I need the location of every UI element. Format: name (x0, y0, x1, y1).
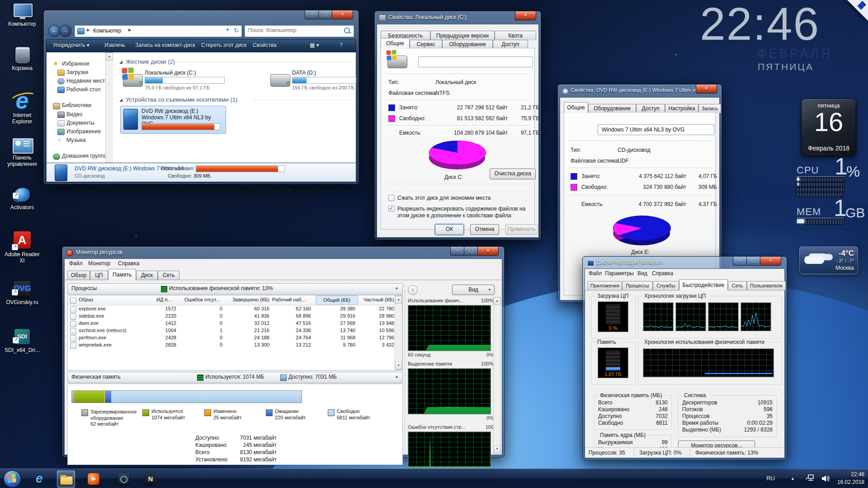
tab-quota[interactable]: Квота (495, 31, 536, 40)
desktop-icon-internet-explorer[interactable]: e Internet Explorer (3, 90, 42, 125)
tab-general[interactable]: Общие (381, 38, 410, 49)
physmem-header[interactable]: Физическая память Используется: 1074 МБ … (67, 372, 403, 383)
row-checkbox[interactable] (70, 343, 76, 349)
tab-network[interactable]: Сеть (158, 271, 179, 280)
close-button[interactable]: ✕ (515, 11, 536, 20)
index-checkbox[interactable] (388, 206, 395, 212)
disk-cleanup-button[interactable]: Очистка диска (490, 169, 536, 179)
row-checkbox[interactable] (70, 328, 76, 334)
col-commit[interactable]: Завершено (КБ) (227, 297, 269, 302)
close-button[interactable]: ✕ (760, 256, 781, 266)
scroll-down-icon[interactable]: ▼ (494, 446, 500, 453)
tab-overview[interactable]: Обзор (67, 271, 90, 280)
tab-sharing[interactable]: Доступ (636, 104, 665, 113)
organize-menu[interactable]: Упорядочить ▾ (53, 42, 90, 48)
breadcrumb[interactable]: Компьютер (93, 28, 121, 34)
tab-previous-versions[interactable]: Предыдущие версии (430, 31, 495, 40)
view-dropdown[interactable]: Вид ▼ (452, 285, 495, 295)
group-header-removable[interactable]: Устройства со съемными носителями (1) (126, 96, 237, 103)
row-checkbox[interactable] (70, 335, 76, 342)
row-checkbox[interactable] (70, 314, 76, 320)
volume-label-input[interactable] (418, 56, 533, 67)
process-row[interactable]: dwm.exe 1412 0 32 012 47 516 27 568 19 9… (68, 320, 396, 328)
compress-checkbox[interactable] (388, 195, 395, 201)
tab-recording[interactable]: Запись (698, 104, 721, 113)
desktop-icon-activators[interactable]: ↗ Activators (3, 187, 42, 211)
menu-view[interactable]: Вид (637, 270, 647, 277)
desktop-icon-adobe-reader[interactable]: A ↗ Adobe Reader XI (3, 231, 42, 264)
start-button[interactable] (4, 470, 21, 488)
taskbar-nero-button[interactable]: N (142, 470, 159, 487)
menu-file[interactable]: Файл (589, 270, 602, 277)
minimize-button[interactable]: ─ (305, 10, 319, 19)
process-row[interactable]: svchost.exe (netsvcs) 1004 1 21 216 24 3… (68, 328, 396, 335)
menu-file[interactable]: Файл (69, 260, 83, 267)
minimize-button[interactable]: ─ (450, 246, 464, 256)
tab-hardware[interactable]: Оборудование (588, 104, 636, 113)
select-all-checkbox[interactable] (70, 297, 76, 304)
processes-header[interactable]: Процессы Использование физической памяти… (67, 283, 403, 295)
scroll-down-icon[interactable]: ▼ (395, 362, 402, 370)
show-hidden-icons[interactable]: ▲ (791, 476, 795, 481)
row-checkbox[interactable] (70, 321, 76, 327)
refresh-icon[interactable]: ↻ (234, 27, 239, 34)
sidebar-pictures[interactable]: Изображения (66, 128, 100, 135)
maximize-button[interactable]: ▢ (318, 10, 332, 19)
close-button[interactable]: ✕ (477, 246, 499, 256)
nav-scrollbar[interactable]: ▲ (105, 52, 113, 163)
scroll-up-icon[interactable]: ▲ (395, 296, 402, 304)
taskbar-ie-button[interactable]: e (33, 470, 50, 487)
scroll-up-icon[interactable]: ▲ (494, 297, 500, 305)
language-indicator[interactable]: RU (766, 475, 775, 482)
search-box[interactable] (245, 25, 354, 37)
col-hardfaults[interactable]: Ошибок отсут... (184, 297, 224, 302)
help-icon[interactable]: ? (340, 42, 343, 48)
properties-button[interactable]: Свойства (253, 42, 277, 48)
col-pid[interactable]: ИД п... (156, 297, 182, 302)
search-input[interactable] (247, 27, 339, 34)
col-shareable[interactable]: Общий (КБ) (316, 296, 358, 305)
sidebar-desktop[interactable]: Рабочий стол (66, 86, 100, 93)
apply-button[interactable]: Применить (505, 224, 538, 235)
process-row[interactable]: sidebar.exe 2220 0 41 836 58 896 29 916 … (68, 313, 396, 320)
group-header-hdd[interactable]: Жесткие диски (2) (126, 58, 175, 65)
menu-help[interactable]: Справка (652, 270, 673, 277)
desktop-icon-control-panel[interactable]: Панель управления (3, 138, 42, 167)
tab-hardware[interactable]: Оборудование (442, 40, 493, 49)
tab-general[interactable]: Общие (564, 102, 588, 113)
forward-button[interactable]: → (59, 25, 71, 37)
desktop-icon-sdi[interactable]: SDI ↗ SDI_x64_Dri... (3, 329, 42, 353)
sidebar-recent[interactable]: Недавние места (66, 78, 108, 84)
tab-networking[interactable]: Сеть (728, 281, 747, 290)
collapse-chevron-icon[interactable]: ▲ (395, 374, 399, 379)
panel-scrollbar[interactable]: ▲ ▼ (493, 297, 501, 454)
volume-icon[interactable] (821, 474, 830, 484)
tab-cpu[interactable]: ЦП (90, 271, 108, 280)
erase-disc-button[interactable]: Стереть этот диск (201, 42, 246, 48)
sidebar-music[interactable]: Музыка (66, 137, 85, 143)
tab-applications[interactable]: Приложения (588, 281, 622, 290)
dvd-item-selected[interactable]: DVD RW дисковод (E:) Windows 7 Ultim x64… (120, 106, 226, 134)
close-button[interactable]: ✕ (332, 10, 353, 19)
scroll-up-icon[interactable]: ▲ (106, 53, 113, 61)
desktop-icon-recycle-bin[interactable]: Корзина (3, 47, 42, 71)
maximize-button[interactable]: ▢ (464, 246, 478, 256)
taskbar-media-center-button[interactable] (115, 470, 132, 487)
taskbar-explorer-button[interactable] (57, 470, 75, 488)
col-image[interactable]: Образ (79, 297, 93, 302)
row-checkbox[interactable] (70, 306, 76, 313)
col-workingset[interactable]: Рабочий наб... (272, 297, 313, 302)
menu-help[interactable]: Справка (118, 260, 139, 267)
tab-processes[interactable]: Процессы (622, 281, 653, 290)
desktop-icon-ovgorskiy[interactable]: OVG ↗ OVGorskiy.ru (3, 281, 42, 305)
collapse-panel-button[interactable]: › (408, 285, 418, 295)
tray-clock[interactable]: 22:46 16.02.2018 (837, 471, 864, 486)
maximize-button[interactable]: ▢ (746, 256, 760, 266)
sidebar-downloads[interactable]: Загрузки (66, 69, 88, 75)
menu-options[interactable]: Параметры (605, 270, 634, 277)
burn-button[interactable]: Запись на компакт-диск (135, 42, 195, 48)
process-row[interactable]: perfmon.exe 2428 0 24 188 24 764 11 968 … (68, 335, 396, 342)
sidebar-video[interactable]: Видео (66, 111, 82, 117)
views-icon[interactable]: ▦ ▾ (310, 42, 319, 48)
drive-c-item[interactable]: Локальный диск (C:) 75,9 ГБ свободно из … (123, 70, 236, 93)
